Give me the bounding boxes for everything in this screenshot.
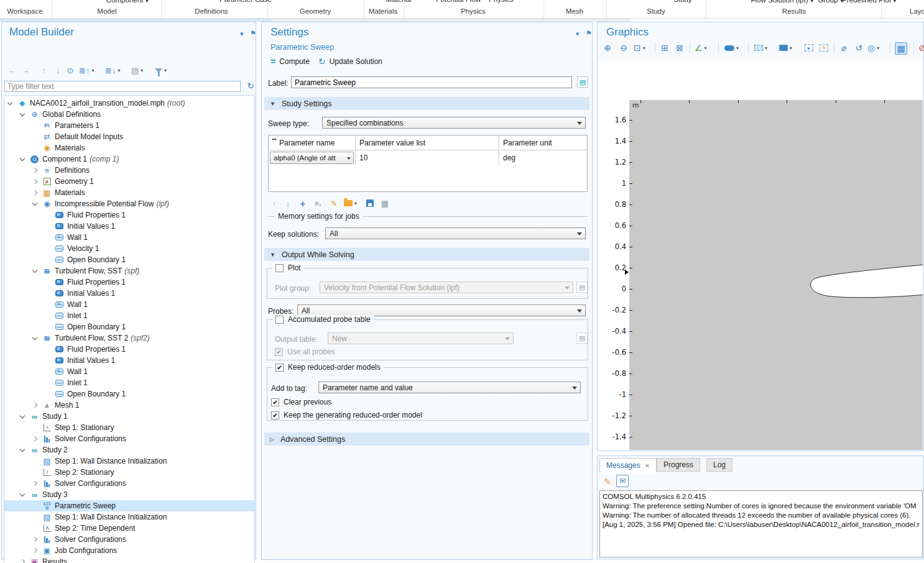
clear-previous-checkbox[interactable] [271, 398, 279, 406]
mail-log-icon[interactable]: ✉ [616, 475, 629, 487]
keep-solutions-select[interactable]: All [325, 227, 586, 239]
section-output-while-solving[interactable]: ▼ Output While Solving [264, 248, 589, 261]
zoom-box-icon[interactable]: ⊡▾ [634, 42, 645, 53]
tree-chevron-icon[interactable] [32, 267, 37, 272]
view-orientation-icon[interactable]: ∠▾ [695, 42, 707, 53]
reset-hiding-icon[interactable]: ↺ [854, 42, 864, 53]
accumulated-probe-checkbox[interactable] [275, 316, 284, 324]
ribbon-tab-physics[interactable]: Physics [461, 7, 486, 15]
graphics-canvas[interactable]: m 1.61.41.210.80.60.40.20-0.2-0.4-0.6-0.… [598, 60, 923, 450]
tree-item-mesh-1[interactable]: ▲Mesh 1 [4, 400, 254, 411]
tree-item-initial-values-1[interactable]: DInitial Values 1 [4, 221, 254, 232]
ribbon-button-fragment[interactable]: Group ▾ [818, 0, 844, 4]
add-to-tag-select[interactable]: Parameter name and value [318, 382, 581, 393]
ribbon-tab-study[interactable]: Study [647, 7, 665, 15]
tree-item-solver-configurations[interactable]: Solver Configurations [4, 433, 254, 444]
ribbon-button-fragment[interactable]: Parameter Case [219, 0, 272, 3]
label-input[interactable] [291, 76, 572, 88]
pin-panel-icon[interactable]: ⚑ [586, 29, 592, 37]
tree-chevron-icon[interactable] [32, 548, 37, 553]
compute-button[interactable]: Compute [279, 57, 310, 66]
tree-chevron-icon[interactable] [32, 436, 37, 441]
default-view-icon[interactable]: ⊠ [675, 42, 685, 53]
tree-item-default-model-inputs[interactable]: ⇄Default Model Inputs [4, 131, 254, 142]
view-menu-icon[interactable]: ◎▾ [867, 42, 879, 53]
select-box-icon[interactable]: ▸ [804, 42, 814, 53]
tree-item-step-1-wall-distance-initialization[interactable]: ▤Step 1: Wall Distance Initialization [4, 455, 254, 467]
model-tree-nodes-icon[interactable]: ▤▾ [131, 65, 143, 76]
tree-item-naca0012-airfoil-transition-model-mph[interactable]: ◆NACA0012_airfoil_transition_model.mph(r… [4, 98, 254, 109]
remove-hidden-icon[interactable]: ⊘ [917, 42, 924, 53]
tree-item-fluid-properties-1[interactable]: DFluid Properties 1 [4, 209, 254, 221]
geometry-color-icon[interactable]: ▾ [724, 42, 739, 53]
tree-chevron-icon[interactable] [32, 334, 37, 339]
tab-progress[interactable]: Progress [657, 458, 700, 472]
tree-item-parametric-sweep[interactable]: 123≣Parametric Sweep [4, 500, 254, 511]
clear-messages-icon[interactable]: ✎ [603, 476, 612, 487]
tree-item-study-2[interactable]: ∞Study 2 [4, 444, 254, 455]
row-up-icon[interactable]: ↑ [269, 198, 279, 209]
delete-row-icon[interactable]: ≡x [313, 198, 323, 209]
tree-item-global-definitions[interactable]: ⊕Global Definitions [4, 109, 254, 120]
move-up-icon[interactable]: ↑ [39, 65, 49, 76]
grid-icon[interactable]: ▦ [895, 42, 907, 55]
parameter-name-select[interactable]: alpha0 (Angle of att [270, 152, 354, 164]
tree-item-initial-values-1[interactable]: DInitial Values 1 [4, 288, 254, 299]
tree-chevron-icon[interactable] [20, 111, 25, 116]
ribbon-tab-materials[interactable]: Materials [369, 7, 398, 15]
tree-item-velocity-1[interactable]: Velocity 1 [4, 243, 254, 254]
tree-chevron-icon[interactable] [32, 200, 37, 205]
tree-chevron-icon[interactable] [32, 403, 37, 408]
ribbon-tab-model[interactable]: Model [97, 7, 116, 15]
ribbon-button-fragment[interactable]: Predefined Plot ▾ [842, 0, 897, 4]
deselect-icon[interactable]: ✎ [819, 42, 829, 53]
tree-item-solver-configurations[interactable]: Solver Configurations [4, 534, 254, 545]
tree-chevron-icon[interactable] [32, 168, 37, 173]
ribbon-button-fragment[interactable]: Material [386, 0, 412, 3]
ribbon-button-fragment[interactable]: Flow Solution (ipf) ▾ [751, 0, 813, 4]
tree-chevron-icon[interactable] [7, 99, 12, 104]
refresh-filter-icon[interactable]: ↻ [246, 80, 256, 91]
tree-item-wall-1[interactable]: DWall 1 [4, 232, 254, 243]
parameter-table-empty-area[interactable] [269, 165, 587, 191]
add-row-icon[interactable]: + [298, 198, 308, 209]
tree-chevron-icon[interactable] [20, 413, 25, 418]
move-down-icon[interactable]: ↓ [53, 65, 63, 76]
collapse-panel-icon[interactable]: ▾ [240, 30, 244, 38]
row-down-icon[interactable]: ↓ [283, 198, 293, 209]
ribbon-tab-definitions[interactable]: Definitions [195, 7, 228, 15]
forward-icon[interactable]: → [21, 65, 30, 76]
tree-item-initial-values-1[interactable]: DInitial Values 1 [4, 355, 254, 366]
tree-item-step-1-stationary[interactable]: /Step 1: Stationary [4, 422, 254, 433]
ribbon-button-fragment[interactable]: Study [673, 0, 691, 3]
parameter-table-row[interactable]: alpha0 (Angle of att10deg [269, 150, 587, 165]
keep-generating-checkbox[interactable] [271, 411, 279, 419]
tree-item-solver-configurations[interactable]: Solver Configurations [4, 478, 254, 489]
filter-input[interactable] [4, 81, 241, 92]
ribbon-button-fragment[interactable]: Potential Flow [436, 0, 481, 3]
tree-item-job-configurations[interactable]: ▣Job Configurations [4, 545, 254, 556]
image-snapshot-icon[interactable]: ▾ [754, 42, 767, 53]
tree-chevron-icon[interactable] [20, 155, 25, 160]
ribbon-tab-workspace[interactable]: Workspace [7, 7, 42, 15]
parameter-unit-cell[interactable]: deg [499, 150, 587, 165]
zoom-in-icon[interactable]: ⊕ [603, 42, 612, 53]
tab-log[interactable]: Log [706, 458, 732, 472]
ribbon-tab-mesh[interactable]: Mesh [566, 7, 583, 15]
tree-item-wall-1[interactable]: DWall 1 [4, 299, 254, 310]
section-advanced-settings[interactable]: ▷ Advanced Settings [264, 433, 589, 446]
tree-item-materials[interactable]: ▦Materials [4, 187, 254, 198]
ribbon-button-fragment[interactable]: Component ▾ [106, 0, 149, 4]
tree-item-materials[interactable]: ◉Materials [4, 142, 254, 153]
tree-item-incompressible-potential-flow[interactable]: ◉Incompressible Potential Flow(ipf) [4, 198, 254, 209]
update-solution-button[interactable]: Update Solution [330, 57, 382, 66]
tree-item-step-2-time-dependent[interactable]: ΛStep 2: Time Dependent [4, 523, 254, 534]
tree-item-inlet-1[interactable]: Inlet 1 [4, 310, 254, 321]
tree-item-open-boundary-1[interactable]: Open Boundary 1 [4, 388, 254, 400]
tree-item-inlet-1[interactable]: Inlet 1 [4, 377, 254, 388]
rename-toggle-icon[interactable]: ▤ [577, 76, 588, 88]
ribbon-tab-geometry[interactable]: Geometry [300, 7, 331, 15]
tree-item-geometry-1[interactable]: AGeometry 1 [4, 176, 254, 187]
filter-funnel-icon[interactable]: ▾ [155, 65, 167, 76]
parameter-value-cell[interactable]: 10 [356, 150, 499, 165]
